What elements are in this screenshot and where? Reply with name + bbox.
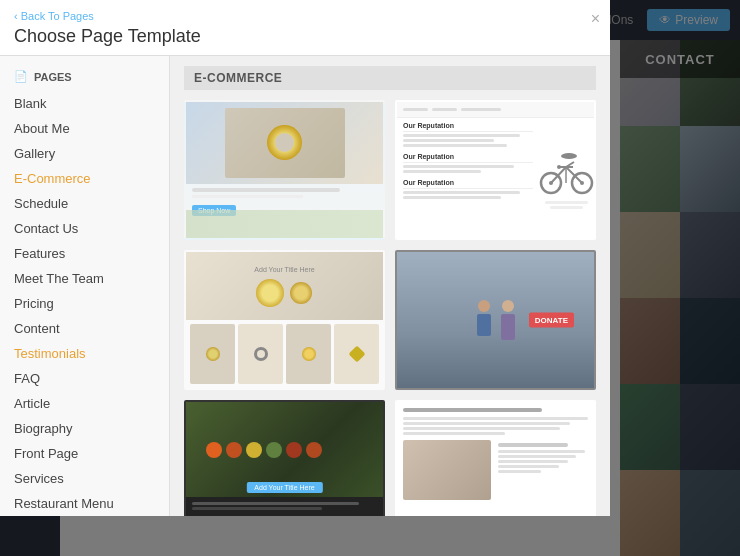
page-item-e-commerce[interactable]: E-Commerce <box>0 166 169 191</box>
tc5-food <box>206 442 364 458</box>
svg-point-9 <box>557 165 561 169</box>
tc5-text <box>186 497 383 516</box>
tc1-hero <box>186 102 383 184</box>
page-item-about-me[interactable]: About Me <box>0 116 169 141</box>
modal-close-button[interactable]: × <box>591 10 600 28</box>
template-card-1[interactable]: Shop Now <box>184 100 385 240</box>
template-card-3[interactable]: Add Your Title Here <box>184 250 385 390</box>
tc4-image: DONATE <box>397 252 594 388</box>
page-item-blank[interactable]: Blank <box>0 91 169 116</box>
page-item-pricing[interactable]: Pricing <box>0 291 169 316</box>
modal-box: ‹ Back To Pages Choose Page Template × 📄… <box>0 0 610 516</box>
page-item-gallery[interactable]: Gallery <box>0 141 169 166</box>
svg-point-10 <box>561 153 577 159</box>
tc2-section-title-2: Our Reputation <box>403 153 533 163</box>
modal-header: ‹ Back To Pages Choose Page Template × <box>0 0 610 56</box>
svg-line-5 <box>566 167 582 183</box>
pages-file-icon: 📄 <box>14 70 28 83</box>
modal-title: Choose Page Template <box>14 26 596 47</box>
tc4-person-1 <box>477 300 491 340</box>
page-item-article[interactable]: Article <box>0 391 169 416</box>
tc2-right <box>539 118 594 238</box>
tc6-content <box>397 402 594 506</box>
back-label: Back To Pages <box>21 10 94 22</box>
page-item-features[interactable]: Features <box>0 241 169 266</box>
page-item-content[interactable]: Content <box>0 316 169 341</box>
page-item-front-page[interactable]: Front Page <box>0 441 169 466</box>
template-card-5-inner: Add Your Title Here <box>186 402 383 516</box>
template-card-6-inner <box>397 402 594 516</box>
tc2-section-2: Our Reputation <box>403 153 533 173</box>
pages-section-header: 📄 PAGES <box>0 66 169 91</box>
back-chevron-icon: ‹ <box>14 10 18 22</box>
tc2-section-title-1: Our Reputation <box>403 122 533 132</box>
page-item-contact-us[interactable]: Contact Us <box>0 216 169 241</box>
tc2-section-1: Our Reputation <box>403 122 533 147</box>
template-card-3-inner: Add Your Title Here <box>186 252 383 388</box>
tc2-body: Our Reputation Our Reputation <box>397 118 594 238</box>
tc4-person-2 <box>501 300 515 340</box>
template-grid: Shop Now <box>184 100 596 516</box>
page-item-meet-the-team[interactable]: Meet The Team <box>0 266 169 291</box>
template-card-2-inner: Our Reputation Our Reputation <box>397 102 594 238</box>
template-card-1-inner: Shop Now <box>186 102 383 238</box>
template-card-2[interactable]: Our Reputation Our Reputation <box>395 100 596 240</box>
tc5-cta-btn: Add Your Title Here <box>246 482 322 493</box>
page-item-schedule[interactable]: Schedule <box>0 191 169 216</box>
tc2-section-3: Our Reputation <box>403 179 533 199</box>
template-card-6[interactable] <box>395 400 596 516</box>
page-item-faq[interactable]: FAQ <box>0 366 169 391</box>
modal-body: 📄 PAGES Blank About Me Gallery E-Commerc… <box>0 56 610 516</box>
page-item-services[interactable]: Services <box>0 466 169 491</box>
pages-section-label: PAGES <box>34 71 72 83</box>
page-item-testimonials[interactable]: Testimonials <box>0 341 169 366</box>
template-card-4[interactable]: DONATE <box>395 250 596 390</box>
svg-line-4 <box>551 167 566 183</box>
tc2-left: Our Reputation Our Reputation <box>397 118 539 238</box>
tc4-donate-badge: DONATE <box>529 313 574 328</box>
tc4-people <box>477 300 515 340</box>
modal-overlay: ‹ Back To Pages Choose Page Template × 📄… <box>0 0 740 556</box>
back-to-pages-button[interactable]: ‹ Back To Pages <box>14 10 596 22</box>
template-card-5[interactable]: Add Your Title Here <box>184 400 385 516</box>
tc5-image: Add Your Title Here <box>186 402 383 497</box>
page-item-biography[interactable]: Biography <box>0 416 169 441</box>
template-area: E-COMMERCE <box>170 56 610 516</box>
template-section-label: E-COMMERCE <box>184 66 596 90</box>
page-list: 📄 PAGES Blank About Me Gallery E-Commerc… <box>0 56 170 516</box>
tc2-header <box>397 102 594 118</box>
tc3-hero: Add Your Title Here <box>186 252 383 320</box>
template-card-4-inner: DONATE <box>397 252 594 388</box>
bicycle-icon <box>539 147 594 197</box>
tc2-section-title-3: Our Reputation <box>403 179 533 189</box>
page-item-restaurant-menu[interactable]: Restaurant Menu <box>0 491 169 516</box>
